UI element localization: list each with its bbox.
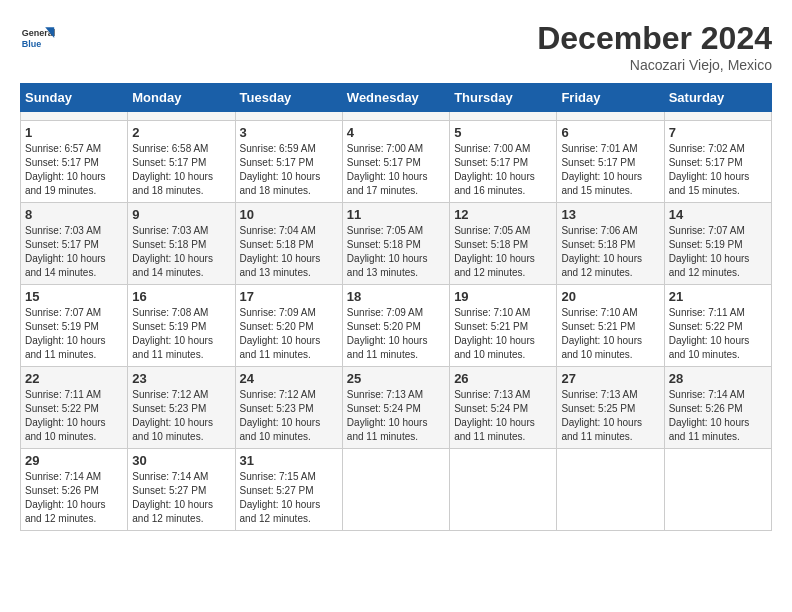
day-number: 13 — [561, 207, 659, 222]
daylight: Daylight: 10 hours and 11 minutes. — [240, 335, 321, 360]
calendar-week-row: 22 Sunrise: 7:11 AM Sunset: 5:22 PM Dayl… — [21, 367, 772, 449]
day-info: Sunrise: 7:15 AM Sunset: 5:27 PM Dayligh… — [240, 470, 338, 526]
day-info: Sunrise: 7:05 AM Sunset: 5:18 PM Dayligh… — [347, 224, 445, 280]
day-info: Sunrise: 7:13 AM Sunset: 5:24 PM Dayligh… — [454, 388, 552, 444]
calendar-cell: 11 Sunrise: 7:05 AM Sunset: 5:18 PM Dayl… — [342, 203, 449, 285]
day-number: 1 — [25, 125, 123, 140]
sunset: Sunset: 5:20 PM — [347, 321, 421, 332]
day-info: Sunrise: 7:14 AM Sunset: 5:27 PM Dayligh… — [132, 470, 230, 526]
sunrise: Sunrise: 7:09 AM — [347, 307, 423, 318]
day-number: 4 — [347, 125, 445, 140]
daylight: Daylight: 10 hours and 12 minutes. — [669, 253, 750, 278]
sunset: Sunset: 5:17 PM — [561, 157, 635, 168]
sunrise: Sunrise: 7:09 AM — [240, 307, 316, 318]
day-info: Sunrise: 7:05 AM Sunset: 5:18 PM Dayligh… — [454, 224, 552, 280]
calendar-week-row: 29 Sunrise: 7:14 AM Sunset: 5:26 PM Dayl… — [21, 449, 772, 531]
day-info: Sunrise: 7:00 AM Sunset: 5:17 PM Dayligh… — [347, 142, 445, 198]
daylight: Daylight: 10 hours and 12 minutes. — [561, 253, 642, 278]
day-number: 9 — [132, 207, 230, 222]
sunrise: Sunrise: 6:58 AM — [132, 143, 208, 154]
weekday-header-thursday: Thursday — [450, 84, 557, 112]
day-number: 26 — [454, 371, 552, 386]
sunrise: Sunrise: 7:01 AM — [561, 143, 637, 154]
calendar-week-row: 15 Sunrise: 7:07 AM Sunset: 5:19 PM Dayl… — [21, 285, 772, 367]
calendar-cell — [450, 112, 557, 121]
daylight: Daylight: 10 hours and 11 minutes. — [561, 417, 642, 442]
sunrise: Sunrise: 7:05 AM — [347, 225, 423, 236]
day-number: 6 — [561, 125, 659, 140]
sunset: Sunset: 5:17 PM — [240, 157, 314, 168]
day-info: Sunrise: 7:11 AM Sunset: 5:22 PM Dayligh… — [669, 306, 767, 362]
day-info: Sunrise: 7:12 AM Sunset: 5:23 PM Dayligh… — [240, 388, 338, 444]
sunset: Sunset: 5:23 PM — [240, 403, 314, 414]
day-number: 15 — [25, 289, 123, 304]
calendar-cell — [557, 112, 664, 121]
day-info: Sunrise: 7:10 AM Sunset: 5:21 PM Dayligh… — [454, 306, 552, 362]
sunrise: Sunrise: 7:08 AM — [132, 307, 208, 318]
calendar-cell — [235, 112, 342, 121]
sunrise: Sunrise: 7:04 AM — [240, 225, 316, 236]
weekday-header-wednesday: Wednesday — [342, 84, 449, 112]
sunrise: Sunrise: 7:02 AM — [669, 143, 745, 154]
sunrise: Sunrise: 7:00 AM — [347, 143, 423, 154]
day-number: 23 — [132, 371, 230, 386]
sunset: Sunset: 5:23 PM — [132, 403, 206, 414]
weekday-header-row: SundayMondayTuesdayWednesdayThursdayFrid… — [21, 84, 772, 112]
sunset: Sunset: 5:17 PM — [25, 157, 99, 168]
day-info: Sunrise: 7:00 AM Sunset: 5:17 PM Dayligh… — [454, 142, 552, 198]
daylight: Daylight: 10 hours and 10 minutes. — [132, 417, 213, 442]
day-info: Sunrise: 7:09 AM Sunset: 5:20 PM Dayligh… — [240, 306, 338, 362]
calendar-cell: 21 Sunrise: 7:11 AM Sunset: 5:22 PM Dayl… — [664, 285, 771, 367]
sunset: Sunset: 5:20 PM — [240, 321, 314, 332]
svg-text:Blue: Blue — [22, 39, 42, 49]
sunset: Sunset: 5:19 PM — [132, 321, 206, 332]
calendar-cell: 4 Sunrise: 7:00 AM Sunset: 5:17 PM Dayli… — [342, 121, 449, 203]
sunset: Sunset: 5:17 PM — [669, 157, 743, 168]
day-info: Sunrise: 7:12 AM Sunset: 5:23 PM Dayligh… — [132, 388, 230, 444]
daylight: Daylight: 10 hours and 15 minutes. — [669, 171, 750, 196]
logo-icon: General Blue — [20, 20, 56, 56]
weekday-header-friday: Friday — [557, 84, 664, 112]
day-number: 5 — [454, 125, 552, 140]
daylight: Daylight: 10 hours and 15 minutes. — [561, 171, 642, 196]
calendar-cell: 26 Sunrise: 7:13 AM Sunset: 5:24 PM Dayl… — [450, 367, 557, 449]
day-number: 27 — [561, 371, 659, 386]
calendar-cell: 24 Sunrise: 7:12 AM Sunset: 5:23 PM Dayl… — [235, 367, 342, 449]
calendar-week-row — [21, 112, 772, 121]
calendar-cell — [342, 449, 449, 531]
day-info: Sunrise: 7:01 AM Sunset: 5:17 PM Dayligh… — [561, 142, 659, 198]
weekday-header-monday: Monday — [128, 84, 235, 112]
daylight: Daylight: 10 hours and 14 minutes. — [25, 253, 106, 278]
weekday-header-tuesday: Tuesday — [235, 84, 342, 112]
daylight: Daylight: 10 hours and 10 minutes. — [669, 335, 750, 360]
sunset: Sunset: 5:21 PM — [561, 321, 635, 332]
sunrise: Sunrise: 7:03 AM — [132, 225, 208, 236]
sunset: Sunset: 5:18 PM — [347, 239, 421, 250]
calendar-cell: 30 Sunrise: 7:14 AM Sunset: 5:27 PM Dayl… — [128, 449, 235, 531]
month-title: December 2024 — [537, 20, 772, 57]
day-info: Sunrise: 7:13 AM Sunset: 5:25 PM Dayligh… — [561, 388, 659, 444]
sunrise: Sunrise: 6:59 AM — [240, 143, 316, 154]
day-info: Sunrise: 7:07 AM Sunset: 5:19 PM Dayligh… — [669, 224, 767, 280]
sunrise: Sunrise: 7:03 AM — [25, 225, 101, 236]
calendar-cell: 31 Sunrise: 7:15 AM Sunset: 5:27 PM Dayl… — [235, 449, 342, 531]
day-info: Sunrise: 7:03 AM Sunset: 5:17 PM Dayligh… — [25, 224, 123, 280]
day-number: 20 — [561, 289, 659, 304]
sunrise: Sunrise: 7:12 AM — [132, 389, 208, 400]
weekday-header-sunday: Sunday — [21, 84, 128, 112]
daylight: Daylight: 10 hours and 19 minutes. — [25, 171, 106, 196]
calendar-cell — [450, 449, 557, 531]
day-info: Sunrise: 7:06 AM Sunset: 5:18 PM Dayligh… — [561, 224, 659, 280]
sunrise: Sunrise: 7:06 AM — [561, 225, 637, 236]
sunrise: Sunrise: 7:10 AM — [454, 307, 530, 318]
calendar-cell: 3 Sunrise: 6:59 AM Sunset: 5:17 PM Dayli… — [235, 121, 342, 203]
daylight: Daylight: 10 hours and 11 minutes. — [347, 417, 428, 442]
daylight: Daylight: 10 hours and 16 minutes. — [454, 171, 535, 196]
sunset: Sunset: 5:27 PM — [240, 485, 314, 496]
sunset: Sunset: 5:17 PM — [347, 157, 421, 168]
day-number: 18 — [347, 289, 445, 304]
daylight: Daylight: 10 hours and 13 minutes. — [347, 253, 428, 278]
daylight: Daylight: 10 hours and 14 minutes. — [132, 253, 213, 278]
sunrise: Sunrise: 7:11 AM — [25, 389, 101, 400]
calendar-cell — [21, 112, 128, 121]
